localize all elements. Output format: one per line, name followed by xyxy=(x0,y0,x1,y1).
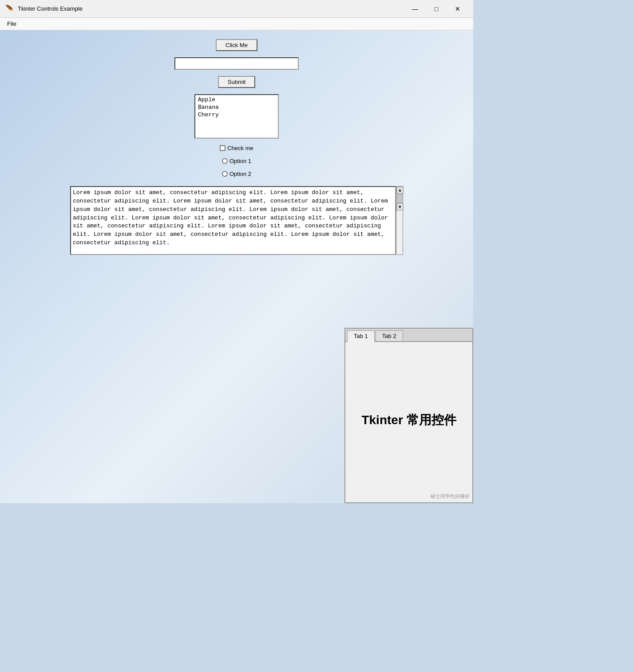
checkbox-input[interactable] xyxy=(220,145,226,151)
list-item[interactable]: Cherry xyxy=(196,111,277,119)
close-button[interactable]: ✕ xyxy=(447,2,468,16)
entry-field[interactable] xyxy=(174,57,299,70)
listbox[interactable]: Apple Banana Cherry xyxy=(194,94,279,139)
tab1-text: Tkinter 常用控件 xyxy=(361,412,456,429)
file-menu[interactable]: File xyxy=(4,20,20,28)
window-controls: — □ ✕ xyxy=(405,2,468,16)
radio1-label: Option 1 xyxy=(229,158,251,164)
scrollbar-up[interactable]: ▲ xyxy=(396,187,404,194)
vertical-scrollbar[interactable]: ▲ ▼ xyxy=(396,186,403,255)
minimize-button[interactable]: — xyxy=(405,2,425,16)
tab-bar: Tab 1 Tab 2 xyxy=(345,329,472,342)
radio1-container[interactable]: Option 1 xyxy=(222,158,251,164)
controls-section: Click Me Submit Apple Banana Cherry Chec… xyxy=(0,39,473,177)
scrollbar-down[interactable]: ▼ xyxy=(396,203,404,211)
menu-bar: File xyxy=(0,18,473,30)
app-icon: 🪶 xyxy=(5,4,14,13)
tab-1[interactable]: Tab 1 xyxy=(347,330,375,342)
window-title: Tkinter Controls Example xyxy=(18,5,405,12)
radio2-container[interactable]: Option 2 xyxy=(222,171,251,177)
radio2-input[interactable] xyxy=(222,171,228,177)
radio1-input[interactable] xyxy=(222,158,228,164)
watermark: 硕士同学吃好睡好 xyxy=(431,493,470,500)
checkbox-label: Check me xyxy=(227,145,253,151)
text-widget[interactable]: Lorem ipsum dolor sit amet, consectetur … xyxy=(70,186,396,255)
title-bar: 🪶 Tkinter Controls Example — □ ✕ xyxy=(0,0,473,18)
tab-content: Tkinter 常用控件 xyxy=(345,342,472,498)
text-area-wrapper: Lorem ipsum dolor sit amet, consectetur … xyxy=(70,186,403,255)
checkbox-container[interactable]: Check me xyxy=(220,145,253,151)
submit-button[interactable]: Submit xyxy=(218,76,255,88)
list-item[interactable]: Apple xyxy=(196,96,277,103)
scrollbar-thumb[interactable] xyxy=(397,194,403,203)
click-me-button[interactable]: Click Me xyxy=(216,39,257,51)
tab-2[interactable]: Tab 2 xyxy=(376,330,403,341)
right-panel: Tab 1 Tab 2 Tkinter 常用控件 xyxy=(344,328,473,503)
maximize-button[interactable]: □ xyxy=(426,2,447,16)
radio2-label: Option 2 xyxy=(229,171,251,177)
main-content: Click Me Submit Apple Banana Cherry Chec… xyxy=(0,30,473,503)
list-item[interactable]: Banana xyxy=(196,103,277,111)
notebook: Tab 1 Tab 2 Tkinter 常用控件 xyxy=(344,328,473,503)
